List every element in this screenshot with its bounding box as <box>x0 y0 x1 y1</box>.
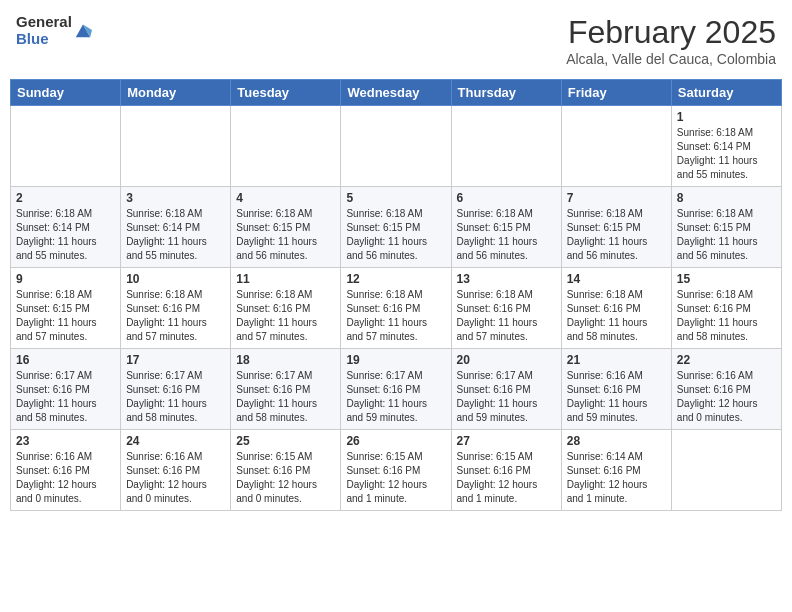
day-info: Sunrise: 6:18 AM Sunset: 6:16 PM Dayligh… <box>236 288 335 344</box>
calendar-cell: 13Sunrise: 6:18 AM Sunset: 6:16 PM Dayli… <box>451 268 561 349</box>
day-number: 12 <box>346 272 445 286</box>
day-number: 15 <box>677 272 776 286</box>
day-number: 13 <box>457 272 556 286</box>
calendar-cell: 25Sunrise: 6:15 AM Sunset: 6:16 PM Dayli… <box>231 430 341 511</box>
location-text: Alcala, Valle del Cauca, Colombia <box>566 51 776 67</box>
day-number: 14 <box>567 272 666 286</box>
calendar-cell: 5Sunrise: 6:18 AM Sunset: 6:15 PM Daylig… <box>341 187 451 268</box>
calendar-cell: 20Sunrise: 6:17 AM Sunset: 6:16 PM Dayli… <box>451 349 561 430</box>
calendar-cell <box>451 106 561 187</box>
calendar-week-row: 1Sunrise: 6:18 AM Sunset: 6:14 PM Daylig… <box>11 106 782 187</box>
weekday-header-wednesday: Wednesday <box>341 80 451 106</box>
calendar-cell: 12Sunrise: 6:18 AM Sunset: 6:16 PM Dayli… <box>341 268 451 349</box>
calendar-cell: 17Sunrise: 6:17 AM Sunset: 6:16 PM Dayli… <box>121 349 231 430</box>
calendar-cell: 6Sunrise: 6:18 AM Sunset: 6:15 PM Daylig… <box>451 187 561 268</box>
day-info: Sunrise: 6:18 AM Sunset: 6:16 PM Dayligh… <box>126 288 225 344</box>
day-info: Sunrise: 6:18 AM Sunset: 6:15 PM Dayligh… <box>16 288 115 344</box>
weekday-header-thursday: Thursday <box>451 80 561 106</box>
day-info: Sunrise: 6:17 AM Sunset: 6:16 PM Dayligh… <box>457 369 556 425</box>
calendar-cell <box>121 106 231 187</box>
day-info: Sunrise: 6:18 AM Sunset: 6:14 PM Dayligh… <box>16 207 115 263</box>
calendar-cell <box>11 106 121 187</box>
calendar-cell: 7Sunrise: 6:18 AM Sunset: 6:15 PM Daylig… <box>561 187 671 268</box>
calendar-week-row: 16Sunrise: 6:17 AM Sunset: 6:16 PM Dayli… <box>11 349 782 430</box>
day-info: Sunrise: 6:18 AM Sunset: 6:14 PM Dayligh… <box>677 126 776 182</box>
calendar-cell: 22Sunrise: 6:16 AM Sunset: 6:16 PM Dayli… <box>671 349 781 430</box>
day-number: 27 <box>457 434 556 448</box>
day-number: 7 <box>567 191 666 205</box>
day-number: 23 <box>16 434 115 448</box>
calendar-cell: 4Sunrise: 6:18 AM Sunset: 6:15 PM Daylig… <box>231 187 341 268</box>
day-number: 10 <box>126 272 225 286</box>
weekday-header-saturday: Saturday <box>671 80 781 106</box>
day-info: Sunrise: 6:18 AM Sunset: 6:15 PM Dayligh… <box>567 207 666 263</box>
calendar-cell: 1Sunrise: 6:18 AM Sunset: 6:14 PM Daylig… <box>671 106 781 187</box>
calendar-cell: 11Sunrise: 6:18 AM Sunset: 6:16 PM Dayli… <box>231 268 341 349</box>
day-number: 28 <box>567 434 666 448</box>
day-number: 2 <box>16 191 115 205</box>
calendar-cell <box>561 106 671 187</box>
day-number: 19 <box>346 353 445 367</box>
weekday-header-tuesday: Tuesday <box>231 80 341 106</box>
calendar-week-row: 9Sunrise: 6:18 AM Sunset: 6:15 PM Daylig… <box>11 268 782 349</box>
calendar-cell <box>671 430 781 511</box>
day-info: Sunrise: 6:18 AM Sunset: 6:16 PM Dayligh… <box>677 288 776 344</box>
day-number: 22 <box>677 353 776 367</box>
calendar-cell: 8Sunrise: 6:18 AM Sunset: 6:15 PM Daylig… <box>671 187 781 268</box>
calendar-week-row: 23Sunrise: 6:16 AM Sunset: 6:16 PM Dayli… <box>11 430 782 511</box>
weekday-header-friday: Friday <box>561 80 671 106</box>
day-number: 9 <box>16 272 115 286</box>
calendar-cell: 18Sunrise: 6:17 AM Sunset: 6:16 PM Dayli… <box>231 349 341 430</box>
day-info: Sunrise: 6:17 AM Sunset: 6:16 PM Dayligh… <box>346 369 445 425</box>
day-number: 16 <box>16 353 115 367</box>
calendar-cell: 15Sunrise: 6:18 AM Sunset: 6:16 PM Dayli… <box>671 268 781 349</box>
day-info: Sunrise: 6:17 AM Sunset: 6:16 PM Dayligh… <box>236 369 335 425</box>
calendar-cell: 2Sunrise: 6:18 AM Sunset: 6:14 PM Daylig… <box>11 187 121 268</box>
day-number: 21 <box>567 353 666 367</box>
day-info: Sunrise: 6:15 AM Sunset: 6:16 PM Dayligh… <box>457 450 556 506</box>
day-info: Sunrise: 6:16 AM Sunset: 6:16 PM Dayligh… <box>567 369 666 425</box>
logo-icon <box>74 21 92 39</box>
day-number: 24 <box>126 434 225 448</box>
day-info: Sunrise: 6:18 AM Sunset: 6:16 PM Dayligh… <box>346 288 445 344</box>
calendar-table: SundayMondayTuesdayWednesdayThursdayFrid… <box>10 79 782 511</box>
page-header: General Blue February 2025 Alcala, Valle… <box>10 10 782 71</box>
calendar-cell <box>231 106 341 187</box>
calendar-week-row: 2Sunrise: 6:18 AM Sunset: 6:14 PM Daylig… <box>11 187 782 268</box>
day-info: Sunrise: 6:17 AM Sunset: 6:16 PM Dayligh… <box>16 369 115 425</box>
calendar-cell: 24Sunrise: 6:16 AM Sunset: 6:16 PM Dayli… <box>121 430 231 511</box>
logo-general-text: General <box>16 14 72 31</box>
day-info: Sunrise: 6:18 AM Sunset: 6:15 PM Dayligh… <box>677 207 776 263</box>
calendar-cell: 3Sunrise: 6:18 AM Sunset: 6:14 PM Daylig… <box>121 187 231 268</box>
day-info: Sunrise: 6:15 AM Sunset: 6:16 PM Dayligh… <box>236 450 335 506</box>
day-number: 11 <box>236 272 335 286</box>
weekday-header-row: SundayMondayTuesdayWednesdayThursdayFrid… <box>11 80 782 106</box>
day-info: Sunrise: 6:18 AM Sunset: 6:16 PM Dayligh… <box>457 288 556 344</box>
day-info: Sunrise: 6:16 AM Sunset: 6:16 PM Dayligh… <box>126 450 225 506</box>
day-info: Sunrise: 6:18 AM Sunset: 6:16 PM Dayligh… <box>567 288 666 344</box>
calendar-cell: 14Sunrise: 6:18 AM Sunset: 6:16 PM Dayli… <box>561 268 671 349</box>
day-number: 1 <box>677 110 776 124</box>
calendar-cell: 26Sunrise: 6:15 AM Sunset: 6:16 PM Dayli… <box>341 430 451 511</box>
calendar-cell: 19Sunrise: 6:17 AM Sunset: 6:16 PM Dayli… <box>341 349 451 430</box>
logo: General Blue <box>16 14 92 47</box>
day-number: 6 <box>457 191 556 205</box>
day-info: Sunrise: 6:14 AM Sunset: 6:16 PM Dayligh… <box>567 450 666 506</box>
day-number: 8 <box>677 191 776 205</box>
weekday-header-monday: Monday <box>121 80 231 106</box>
calendar-cell: 9Sunrise: 6:18 AM Sunset: 6:15 PM Daylig… <box>11 268 121 349</box>
day-info: Sunrise: 6:18 AM Sunset: 6:15 PM Dayligh… <box>346 207 445 263</box>
day-number: 25 <box>236 434 335 448</box>
calendar-cell <box>341 106 451 187</box>
day-info: Sunrise: 6:16 AM Sunset: 6:16 PM Dayligh… <box>677 369 776 425</box>
day-info: Sunrise: 6:18 AM Sunset: 6:14 PM Dayligh… <box>126 207 225 263</box>
calendar-cell: 27Sunrise: 6:15 AM Sunset: 6:16 PM Dayli… <box>451 430 561 511</box>
day-info: Sunrise: 6:18 AM Sunset: 6:15 PM Dayligh… <box>457 207 556 263</box>
day-number: 5 <box>346 191 445 205</box>
day-number: 20 <box>457 353 556 367</box>
logo-blue-text: Blue <box>16 31 72 48</box>
day-number: 18 <box>236 353 335 367</box>
day-number: 26 <box>346 434 445 448</box>
calendar-cell: 21Sunrise: 6:16 AM Sunset: 6:16 PM Dayli… <box>561 349 671 430</box>
calendar-cell: 10Sunrise: 6:18 AM Sunset: 6:16 PM Dayli… <box>121 268 231 349</box>
